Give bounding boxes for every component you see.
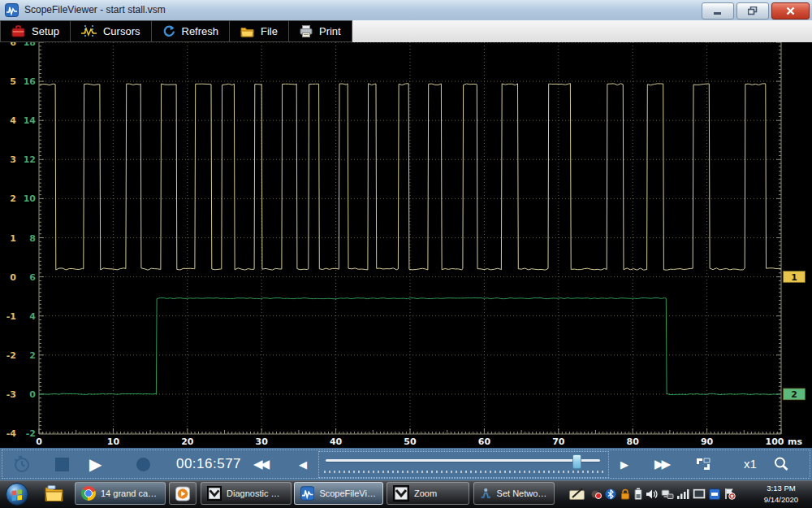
channel-1-trace (40, 84, 781, 271)
print-button[interactable]: Print (289, 20, 352, 42)
svg-text:40: 40 (330, 436, 343, 447)
svg-text:3: 3 (10, 154, 16, 165)
svg-text:14: 14 (24, 115, 37, 126)
svg-text:6: 6 (10, 42, 16, 48)
record-button[interactable] (136, 458, 150, 471)
title-bar[interactable]: ScopeFileViewer - start stall.vsm (0, 0, 812, 21)
chrome-icon (81, 486, 96, 501)
start-button[interactable] (5, 482, 29, 506)
svg-text:-1: -1 (6, 311, 16, 322)
taskbar-label-diagnostic-suite: Diagnostic Suite (227, 488, 285, 498)
close-icon (786, 7, 795, 15)
svg-text:2: 2 (791, 389, 797, 400)
zoom-factor-label[interactable]: x1 (744, 457, 757, 471)
step-forward-button[interactable]: ▶ (620, 458, 626, 471)
rewind-button[interactable]: ◀◀ (253, 458, 267, 471)
svg-text:30: 30 (256, 436, 269, 447)
display-icon[interactable] (693, 488, 706, 499)
restore-icon (748, 7, 758, 15)
taskbar-button-scopefileviewer[interactable]: ScopeFileView... (294, 482, 383, 505)
svg-text:10: 10 (107, 436, 120, 447)
refresh-label: Refresh (182, 25, 219, 37)
playback-bar: ▶ 00:16:577 ◀◀ ◀ ▶ ▶▶ x1 (0, 448, 812, 480)
svg-text:90: 90 (701, 436, 714, 447)
svg-text:1: 1 (10, 233, 16, 244)
svg-text:2: 2 (29, 350, 36, 361)
system-tray (569, 488, 736, 500)
toolbox-icon (11, 25, 25, 37)
taskbar-clock[interactable]: 3:13 PM 9/14/2020 (755, 483, 807, 506)
svg-text:4: 4 (29, 311, 36, 322)
tablet-pen-icon[interactable] (569, 488, 587, 500)
step-back-button[interactable]: ◀ (299, 458, 304, 471)
stop-button[interactable] (55, 458, 69, 471)
slider-thumb[interactable] (572, 454, 581, 469)
setup-button[interactable]: Setup (0, 20, 71, 42)
v-logo-icon (393, 485, 409, 501)
setup-label: Setup (32, 25, 59, 37)
svg-text:2: 2 (10, 193, 16, 204)
taskbar-label-zoom: Zoom (414, 488, 437, 498)
v-logo-icon (207, 485, 222, 501)
cursors-button[interactable]: Cursors (71, 20, 152, 42)
svg-text:0: 0 (10, 272, 16, 283)
cursors-label: Cursors (103, 25, 140, 37)
scope-plot: 6185164143122101806-14-22-30-4-201020304… (0, 42, 812, 448)
svg-text:5: 5 (10, 76, 16, 87)
volume-icon[interactable] (646, 488, 658, 500)
device-disconnected-icon[interactable] (590, 488, 602, 500)
refresh-icon (162, 25, 175, 38)
cursors-icon (81, 25, 97, 37)
bluetooth-icon[interactable] (605, 488, 616, 500)
taskbar-button-diagnostic-suite[interactable]: Diagnostic Suite (201, 482, 292, 505)
refresh-button[interactable]: Refresh (152, 20, 231, 42)
signal-strength-icon[interactable] (677, 488, 689, 499)
channel-1-badge[interactable]: 1 (784, 271, 806, 283)
svg-text:50: 50 (404, 436, 417, 447)
grid-lines (39, 42, 781, 434)
svg-text:100: 100 (766, 436, 784, 447)
taskbar-button-chrome[interactable]: 14 grand carav... (75, 482, 166, 505)
svg-text:12: 12 (24, 154, 36, 165)
fast-forward-button[interactable]: ▶▶ (654, 458, 668, 471)
minimize-button[interactable] (702, 2, 734, 20)
svg-text:20: 20 (181, 436, 194, 447)
battery-icon[interactable] (634, 488, 642, 500)
svg-text:1: 1 (791, 272, 797, 283)
network-computer-icon[interactable] (661, 488, 674, 500)
svg-text:10: 10 (24, 193, 37, 204)
toolbar: Setup Cursors Refresh (0, 20, 812, 42)
svg-text:4: 4 (10, 115, 16, 126)
taskbar-button-set-network[interactable]: Set Network L... (473, 482, 555, 505)
app-waveform-icon (5, 3, 19, 17)
y-axis-labels: 6185164143122101806-14-22-30-4-2 (6, 42, 37, 439)
taskbar-button-media-player[interactable] (169, 482, 197, 505)
slider-track[interactable] (326, 459, 600, 462)
svg-text:70: 70 (552, 436, 565, 447)
file-label: File (261, 25, 278, 37)
taskbar-label-set-network: Set Network L... (497, 488, 548, 498)
svg-text:60: 60 (478, 436, 491, 447)
timeline-slider[interactable] (318, 451, 609, 478)
taskbar: 14 grand carav... Diagnostic Suite Scope… (0, 480, 812, 508)
fit-screen-icon[interactable] (695, 457, 711, 471)
channel-2-badge[interactable]: 2 (784, 389, 806, 400)
printer-icon (300, 25, 313, 37)
svg-text:18: 18 (24, 42, 36, 48)
slider-tick-strip (324, 471, 603, 473)
taskbar-label-chrome: 14 grand carav... (101, 488, 159, 498)
play-button[interactable]: ▶ (89, 454, 102, 475)
action-center-flag-icon[interactable] (723, 488, 736, 500)
folder-icon (240, 26, 254, 37)
restore-button[interactable] (736, 2, 769, 20)
magnifier-icon[interactable] (773, 456, 789, 472)
close-button[interactable] (771, 2, 810, 20)
svg-text:0: 0 (36, 436, 42, 447)
timer-icon[interactable] (11, 455, 32, 473)
explorer-button[interactable] (44, 484, 64, 503)
vnc-icon[interactable] (709, 488, 720, 500)
file-button[interactable]: File (230, 20, 289, 42)
taskbar-button-zoom[interactable]: Zoom (387, 482, 469, 505)
security-alert-icon[interactable] (620, 488, 631, 500)
svg-text:0: 0 (29, 389, 36, 400)
